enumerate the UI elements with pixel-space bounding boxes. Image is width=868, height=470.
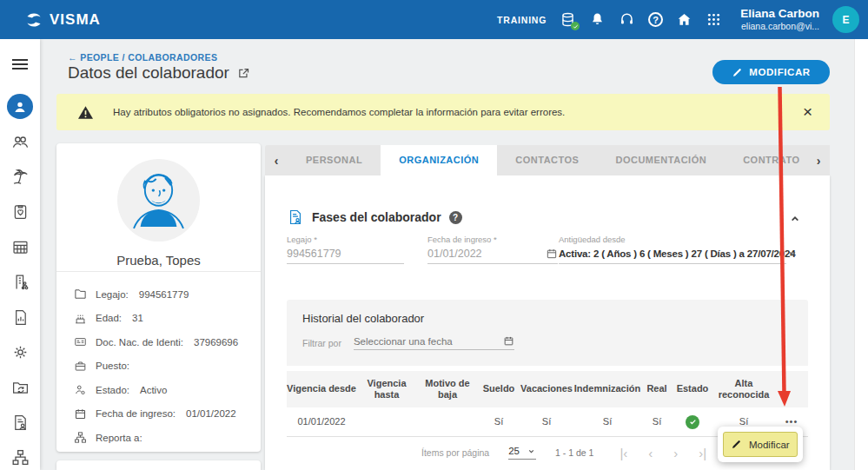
breadcrumb-path[interactable]: PEOPLE / COLABORADORES	[80, 52, 217, 63]
per-page-select[interactable]: 25	[508, 446, 536, 460]
per-page-value: 25	[508, 446, 520, 456]
historial-title: Historial del colaborador	[302, 312, 792, 325]
detail-row-reporta-a: Reporta a:	[74, 426, 252, 450]
tabs-scroll-left-icon[interactable]: ‹	[265, 145, 288, 175]
table-header-row: Vigencia desde Vigencia hasta Motivo de …	[287, 371, 808, 407]
cell-real: Sí	[641, 416, 673, 427]
filter-label: Filtrar por	[302, 338, 341, 348]
tab-personal[interactable]: PERSONAL	[288, 145, 381, 175]
detail-value: 37969696	[194, 337, 238, 348]
sidebar-item-people[interactable]	[7, 129, 33, 154]
tab-documentacion[interactable]: DOCUMENTACIÓN	[597, 145, 725, 175]
bell-icon[interactable]	[589, 11, 606, 28]
tab-strip: ‹ PERSONAL ORGANIZACIÓN CONTACTOS DOCUME…	[265, 145, 830, 175]
detail-row-legajo: Legajo:994561779	[74, 282, 252, 307]
cell-sueldo: Sí	[478, 416, 520, 427]
tabs-scroll-right-icon[interactable]: ›	[807, 145, 830, 175]
home-icon[interactable]	[676, 11, 692, 28]
sidebar-item-organization[interactable]	[7, 270, 33, 295]
detail-row-documento: Doc. Nac. de Identi:37969696	[74, 330, 252, 354]
fecha-ingreso-input[interactable]	[427, 248, 546, 260]
calendar-icon[interactable]	[503, 335, 514, 347]
modificar-button[interactable]: MODIFICAR	[712, 60, 830, 84]
col-vigencia-hasta: Vigencia hasta	[356, 378, 417, 400]
field-legajo: Legajo *	[287, 235, 404, 264]
sidebar-item-health[interactable]	[7, 200, 33, 224]
headset-icon[interactable]	[619, 11, 635, 28]
col-indemnizacion: Indemnización	[573, 383, 641, 394]
antiguedad-value: Activa: 2 ( Años ) 6 ( Meses ) 27 ( Días…	[559, 248, 786, 259]
sidebar-item-orgchart[interactable]	[7, 446, 33, 470]
date-filter-input[interactable]	[354, 336, 503, 347]
visma-swirl-icon	[24, 10, 43, 30]
pencil-icon	[731, 439, 742, 450]
close-icon[interactable]: ×	[798, 101, 818, 123]
profile-avatar	[117, 159, 200, 242]
visma-logo[interactable]: VISMA	[24, 10, 101, 30]
briefcase-icon	[74, 360, 87, 373]
page-title: Datos del colaborador	[68, 63, 229, 83]
calendar-icon[interactable]	[546, 248, 558, 260]
detail-value: 31	[132, 313, 143, 323]
breadcrumb[interactable]: ← PEOPLE / COLABORADORES	[68, 52, 217, 63]
prev-page-icon[interactable]: ‹	[648, 447, 653, 460]
next-card-edge	[56, 460, 261, 470]
scrollbar[interactable]	[854, 39, 868, 470]
legajo-input[interactable]	[287, 248, 404, 260]
last-page-icon[interactable]: ›|	[699, 447, 706, 460]
date-filter[interactable]	[354, 335, 514, 350]
green-check-icon	[686, 415, 699, 429]
col-alta-reconocida: Alta reconocida	[712, 378, 775, 400]
detail-value: 994561779	[139, 289, 189, 300]
help-icon[interactable]: ?	[648, 12, 663, 27]
id-card-icon	[74, 335, 87, 348]
sidebar-item-documents[interactable]	[7, 410, 33, 434]
collapse-section-icon[interactable]	[788, 212, 802, 226]
detail-label: Estado:	[96, 385, 129, 395]
avatar-face-drawing	[117, 159, 200, 242]
user-email: eliana.carbon@vi...	[740, 21, 819, 32]
next-page-icon[interactable]: ›	[673, 447, 678, 460]
fases-help-icon[interactable]: ?	[449, 211, 462, 224]
cell-estado	[673, 415, 712, 429]
back-arrow-icon[interactable]: ←	[68, 52, 77, 63]
avatar[interactable]: E	[832, 6, 859, 33]
cell-vacaciones: Sí	[520, 416, 573, 427]
database-env-icon[interactable]	[560, 11, 576, 28]
tab-contactos[interactable]: CONTACTOS	[497, 145, 597, 175]
detail-label: Legajo:	[96, 289, 129, 300]
clipboard-heart-icon	[11, 202, 30, 221]
sidebar-item-employee[interactable]	[7, 94, 33, 118]
building-orgchart-icon	[11, 273, 30, 291]
birthday-cake-icon	[74, 312, 87, 325]
sidebar-item-vacations[interactable]	[7, 164, 33, 189]
environment-label: TRAINING	[497, 15, 547, 25]
sidebar-item-reports[interactable]	[7, 305, 33, 329]
person-icon	[12, 99, 28, 115]
first-page-icon[interactable]: |‹	[620, 447, 627, 460]
detail-row-estado: Estado:Activo	[74, 378, 252, 402]
hamburger-menu-icon[interactable]	[7, 52, 33, 76]
hamburger-bars	[12, 56, 28, 72]
col-motivo-baja: Motivo de baja	[417, 378, 478, 400]
field-fecha-ingreso: Fecha de ingreso *	[427, 235, 558, 264]
context-menu-item-modificar[interactable]: Modificar	[723, 432, 798, 457]
tab-organizacion[interactable]: ORGANIZACIÓN	[381, 145, 497, 175]
employee-name: Prueba, Topes	[56, 253, 261, 268]
divider	[56, 271, 261, 272]
sidebar-item-sync[interactable]	[7, 375, 33, 400]
user-info[interactable]: Eliana Carbon eliana.carbon@vi...	[740, 7, 819, 33]
left-nav-rail	[0, 39, 40, 470]
top-bar: VISMA TRAINING ? Eliana Carbon eliana.ca…	[0, 0, 868, 39]
tab-contrato[interactable]: CONTRATO	[725, 145, 812, 175]
field-label: Antigüedad desde	[559, 235, 786, 244]
apps-grid-icon[interactable]	[706, 11, 722, 28]
antiguedad-select[interactable]: Activa: 2 ( Años ) 6 ( Meses ) 27 ( Días…	[559, 248, 786, 264]
chevron-down-icon	[786, 248, 798, 260]
open-in-new-icon[interactable]	[237, 67, 250, 80]
detail-row-edad: Edad:31	[74, 307, 252, 331]
sidebar-item-settings[interactable]	[7, 340, 33, 364]
sidebar-item-schedule[interactable]	[7, 235, 33, 259]
col-vigencia-desde: Vigencia desde	[287, 383, 356, 394]
calendar-icon	[74, 407, 87, 420]
